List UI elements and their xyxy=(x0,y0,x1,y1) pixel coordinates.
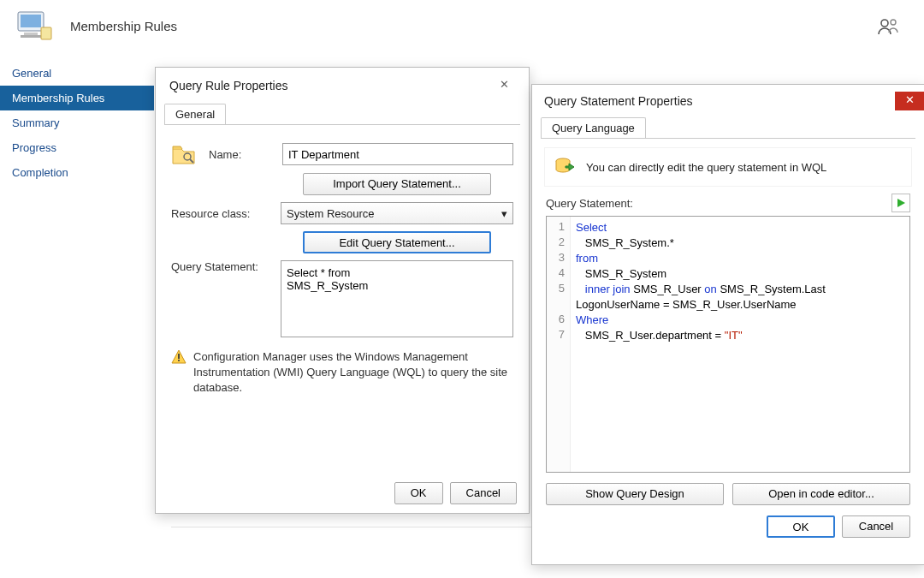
dialog-title: Query Statement Properties xyxy=(544,94,693,108)
svg-rect-2 xyxy=(24,33,38,35)
resource-class-value: System Resource xyxy=(287,207,375,220)
dialog-title: Query Rule Properties xyxy=(169,79,288,92)
query-rule-properties-dialog: Query Rule Properties ✕ General Name: Im… xyxy=(155,67,530,514)
import-query-button[interactable]: Import Query Statement... xyxy=(303,173,491,195)
wizard-header: Membership Rules xyxy=(0,0,924,51)
cancel-button[interactable]: Cancel xyxy=(842,515,910,538)
svg-rect-3 xyxy=(21,35,41,38)
close-button[interactable]: ✕ xyxy=(489,76,518,95)
query-statement-label: Query Statement: xyxy=(546,197,633,210)
name-label: Name: xyxy=(209,148,282,161)
name-input[interactable] xyxy=(282,143,513,165)
svg-rect-4 xyxy=(41,27,51,39)
tab-query-language[interactable]: Query Language xyxy=(541,117,646,138)
nav-completion[interactable]: Completion xyxy=(0,160,154,185)
query-statement-label: Query Statement: xyxy=(171,260,281,273)
resource-class-label: Resource class: xyxy=(171,207,281,220)
close-button[interactable]: ✕ xyxy=(895,92,924,110)
nav-membership-rules[interactable]: Membership Rules xyxy=(0,86,154,110)
query-statement-textarea[interactable] xyxy=(281,260,513,337)
wizard-side-nav: General Membership Rules Summary Progres… xyxy=(0,51,154,572)
tab-general[interactable]: General xyxy=(164,104,226,124)
run-query-button[interactable] xyxy=(891,194,910,212)
database-arrow-icon xyxy=(554,155,578,179)
header-users-icon xyxy=(878,17,900,36)
chevron-down-icon: ▾ xyxy=(501,207,507,220)
svg-point-5 xyxy=(881,20,888,27)
svg-rect-11 xyxy=(178,354,180,359)
edit-query-button[interactable]: Edit Query Statement... xyxy=(303,231,491,253)
nav-summary[interactable]: Summary xyxy=(0,110,154,135)
svg-point-6 xyxy=(891,20,896,25)
folder-search-icon xyxy=(171,142,197,166)
nav-general[interactable]: General xyxy=(0,61,154,86)
query-statement-properties-dialog: Query Statement Properties ✕ Query Langu… xyxy=(531,84,924,565)
show-query-design-button[interactable]: Show Query Design xyxy=(546,483,724,505)
computer-icon xyxy=(15,9,55,43)
wmi-note: Configuration Manager uses the Windows M… xyxy=(193,349,513,396)
ok-button[interactable]: OK xyxy=(394,482,443,504)
svg-rect-1 xyxy=(21,15,41,27)
info-text: You can directly edit the query statemen… xyxy=(586,161,826,174)
open-in-code-editor-button[interactable]: Open in code editor... xyxy=(732,483,910,505)
svg-rect-12 xyxy=(178,360,180,361)
wql-editor[interactable]: 1234567 Select SMS_R_System.*from SMS_R_… xyxy=(546,216,910,473)
ok-button[interactable]: OK xyxy=(767,515,835,538)
info-bar: You can directly edit the query statemen… xyxy=(544,147,912,187)
cancel-button[interactable]: Cancel xyxy=(450,482,517,504)
resource-class-select[interactable]: System Resource ▾ xyxy=(281,202,513,224)
nav-progress[interactable]: Progress xyxy=(0,135,154,160)
warning-icon xyxy=(171,349,187,365)
page-title: Membership Rules xyxy=(70,19,177,33)
